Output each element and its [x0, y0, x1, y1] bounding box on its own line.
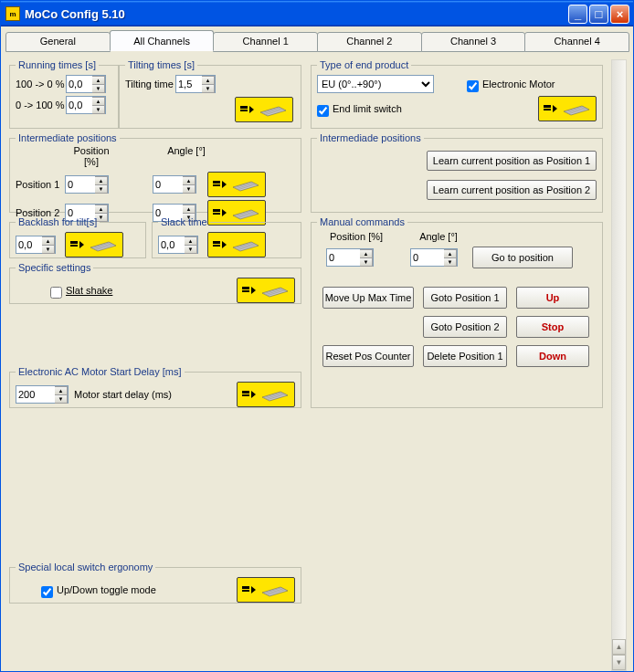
tilting-legend: Tilting times [s] — [125, 59, 197, 70]
apply-backlash-button[interactable] — [65, 232, 123, 257]
learn-pos2-button[interactable]: Learn current position as Position 2 — [427, 180, 597, 200]
spin-up-icon[interactable]: ▲ — [42, 236, 55, 245]
intpos-legend: Intermediate positions — [16, 132, 120, 143]
spin-up-icon[interactable]: ▲ — [183, 176, 195, 184]
spinner-ac-delay[interactable]: ▲▼ — [16, 385, 69, 404]
spin-up-icon[interactable]: ▲ — [95, 205, 108, 213]
spin-down-icon[interactable]: ▼ — [95, 184, 108, 194]
label-pos1: Position 1 — [16, 179, 65, 190]
stop-button[interactable]: Stop — [516, 316, 589, 338]
tab-channel-1[interactable]: Channel 1 — [213, 32, 318, 52]
learn-pos-legend: Intermediade positions — [317, 132, 424, 143]
apply-end-product-button[interactable] — [538, 96, 597, 121]
specific-legend: Specific settings — [16, 262, 93, 273]
input-pos1-ang[interactable] — [153, 176, 183, 193]
tab-all-channels[interactable]: All Channels — [110, 30, 215, 51]
spinner-pos1-pos[interactable]: ▲▼ — [65, 175, 109, 194]
tab-channel-3[interactable]: Channel 3 — [421, 32, 526, 52]
checkbox-end-limit[interactable] — [317, 105, 329, 117]
goto-pos1-button[interactable]: Goto Position 1 — [423, 287, 507, 309]
spin-down-icon[interactable]: ▼ — [183, 184, 195, 194]
learn-pos1-button[interactable]: Learn current position as Position 1 — [427, 151, 597, 171]
spin-up-icon[interactable]: ▲ — [360, 249, 373, 257]
spinner-tilting[interactable]: ▲▼ — [175, 75, 216, 93]
tab-general[interactable]: General — [5, 32, 111, 52]
spinner-manual-pos[interactable]: ▲▼ — [326, 248, 374, 267]
label-updown-toggle: Up/Down toggle mode — [57, 584, 156, 595]
spinner-slack[interactable]: ▲▼ — [158, 236, 198, 254]
spinner-100-0[interactable]: ▲▼ — [66, 75, 106, 93]
vertical-scrollbar[interactable]: ▲ ▼ — [611, 59, 627, 671]
spin-up-icon[interactable]: ▲ — [183, 205, 195, 213]
input-backlash[interactable] — [16, 236, 42, 253]
spin-down-icon[interactable]: ▼ — [202, 84, 215, 93]
spin-up-icon[interactable]: ▲ — [92, 97, 105, 105]
specific-settings-group: Specific settings Slat shake — [9, 262, 301, 304]
go-to-position-button[interactable]: Go to position — [472, 247, 573, 268]
input-ac-delay[interactable] — [16, 386, 55, 403]
select-region[interactable]: EU (0°..+90°) — [317, 75, 434, 93]
close-button[interactable]: × — [610, 5, 629, 24]
checkbox-electronic-motor[interactable] — [467, 80, 479, 92]
move-up-max-button[interactable]: Move Up Max Time — [322, 287, 414, 309]
input-slack[interactable] — [159, 236, 185, 253]
input-100-0[interactable] — [67, 76, 92, 92]
spin-up-icon[interactable]: ▲ — [92, 76, 105, 84]
tilting-times-group: Tilting times [s] Tilting time ▲▼ — [119, 59, 301, 129]
spin-down-icon[interactable]: ▼ — [92, 105, 105, 114]
spin-down-icon[interactable]: ▼ — [360, 257, 373, 267]
spin-down-icon[interactable]: ▼ — [444, 257, 457, 267]
down-button[interactable]: Down — [516, 345, 589, 367]
checkbox-slat-shake[interactable] — [50, 287, 62, 299]
app-window: m MoCo Config 5.10 _ □ × General All Cha… — [0, 0, 634, 672]
intpos-ang-header: Angle [°] — [164, 145, 209, 167]
spin-up-icon[interactable]: ▲ — [202, 76, 215, 84]
spin-down-icon[interactable]: ▼ — [55, 394, 68, 404]
minimize-button[interactable]: _ — [568, 5, 587, 24]
reset-pos-button[interactable]: Reset Pos Counter — [322, 345, 414, 367]
tab-channel-2[interactable]: Channel 2 — [317, 32, 422, 52]
label-electronic-motor: Electronic Motor — [482, 79, 555, 89]
ac-delay-group: Electronic AC Motor Start Delay [ms] ▲▼ … — [9, 366, 301, 408]
goto-pos2-button[interactable]: Goto Position 2 — [423, 316, 507, 338]
apply-ac-delay-button[interactable] — [237, 382, 295, 407]
apply-slack-button[interactable] — [207, 232, 266, 257]
spinner-pos1-ang[interactable]: ▲▼ — [153, 175, 196, 194]
spin-up-icon[interactable]: ▲ — [55, 386, 68, 394]
tab-channel-4[interactable]: Channel 4 — [524, 32, 629, 52]
up-button[interactable]: Up — [516, 287, 589, 309]
spin-up-icon[interactable]: ▲ — [185, 236, 197, 245]
end-product-legend: Type of end product — [317, 59, 411, 70]
spin-up-icon[interactable]: ▲ — [95, 176, 108, 184]
content-area: General All Channels Channel 1 Channel 2… — [1, 32, 633, 672]
spinner-manual-ang[interactable]: ▲▼ — [410, 248, 458, 267]
input-tilting[interactable] — [176, 76, 202, 92]
special-switch-group: Special local switch ergonomy Up/Down to… — [9, 562, 301, 604]
backlash-group: Backlash for tilt[s] ▲▼ — [9, 216, 146, 258]
intpos-pos-header: Position [%] — [65, 145, 118, 167]
spin-up-icon[interactable]: ▲ — [444, 249, 457, 257]
apply-special-button[interactable] — [237, 577, 295, 603]
apply-pos1-button[interactable] — [207, 172, 266, 197]
spin-down-icon[interactable]: ▼ — [92, 84, 105, 93]
slack-legend: Slack time — [158, 216, 210, 227]
delete-pos1-button[interactable]: Delete Position 1 — [423, 345, 507, 367]
panel-area: Running times [s] 100 -> 0 % ▲▼ 0 -> 100… — [5, 58, 629, 672]
apply-specific-button[interactable] — [237, 278, 295, 303]
spinner-0-100[interactable]: ▲▼ — [66, 96, 106, 114]
input-manual-ang[interactable] — [411, 249, 444, 266]
spinner-backlash[interactable]: ▲▼ — [16, 236, 56, 254]
spin-down-icon[interactable]: ▼ — [42, 245, 55, 254]
checkbox-updown-toggle[interactable] — [41, 586, 53, 598]
input-pos1-pos[interactable] — [66, 176, 95, 193]
input-manual-pos[interactable] — [327, 249, 360, 266]
apply-tilting-button[interactable] — [235, 97, 293, 122]
running-legend: Running times [s] — [16, 59, 99, 70]
label-slat-shake[interactable]: Slat shake — [66, 285, 112, 296]
spin-down-icon[interactable]: ▼ — [185, 245, 197, 254]
scroll-down-icon[interactable]: ▼ — [612, 655, 626, 670]
scroll-up-icon[interactable]: ▲ — [612, 639, 626, 655]
maximize-button[interactable]: □ — [589, 5, 608, 24]
input-0-100[interactable] — [67, 97, 92, 113]
label-tilting: Tilting time — [125, 79, 175, 89]
